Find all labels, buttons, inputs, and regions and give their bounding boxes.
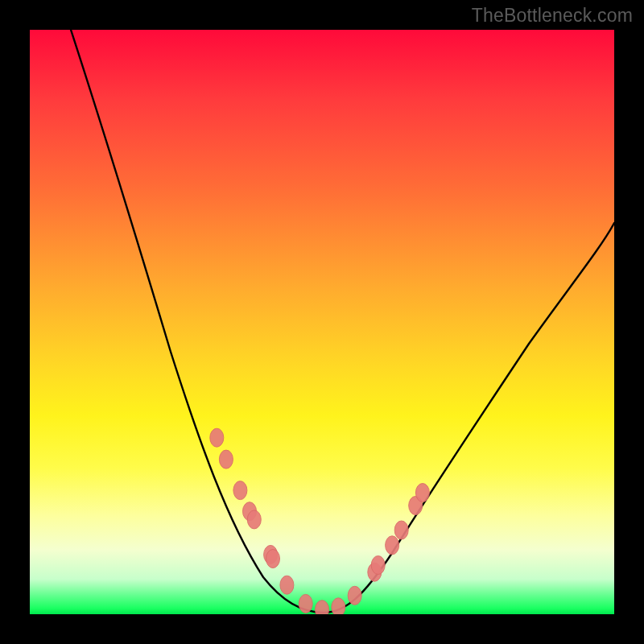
curve-marker [219, 450, 233, 469]
curve-marker [316, 601, 329, 614]
curve-marker [348, 586, 361, 605]
curve-marker [247, 510, 261, 529]
curve-marker [280, 576, 294, 594]
chart-frame: TheBottleneck.com [0, 0, 644, 644]
curve-marker [299, 594, 312, 613]
curve-marker [332, 598, 345, 614]
curve-marker [394, 521, 408, 539]
marker-group [210, 428, 430, 614]
curve-marker [415, 484, 429, 502]
curve-marker [210, 428, 224, 447]
bottleneck-curve [71, 30, 614, 613]
curve-marker [386, 536, 399, 555]
plot-area [30, 30, 614, 614]
curve-marker [371, 556, 385, 575]
curve-marker [266, 550, 280, 568]
curve-marker [233, 481, 247, 500]
chart-svg [30, 30, 614, 614]
watermark-text: TheBottleneck.com [472, 5, 633, 27]
